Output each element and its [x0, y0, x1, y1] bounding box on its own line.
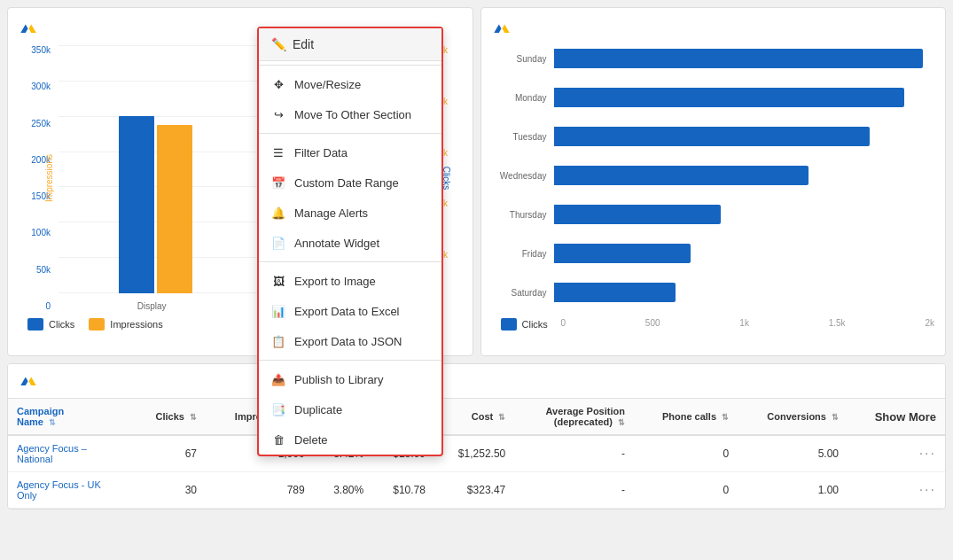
custom-date-label: Custom Date Range [294, 176, 399, 190]
cell-dots-1[interactable]: ··· [848, 435, 945, 472]
sort-icon-clicks[interactable]: ⇅ [190, 413, 197, 422]
table-panel-logo [19, 371, 38, 391]
table-row: Agency Focus - UKOnly 30 789 3.80% $10.7… [8, 472, 945, 509]
hbar-monday: Monday [492, 84, 935, 111]
row-menu-1[interactable]: ··· [919, 446, 936, 461]
hbar-friday: Friday [492, 240, 935, 267]
sort-icon-phone[interactable]: ⇅ [722, 413, 729, 422]
divider-3 [259, 261, 441, 262]
display-clicks-bar [119, 116, 154, 293]
cell-conv-1: 5.00 [738, 435, 848, 472]
move-other-label: Move To Other Section [294, 108, 411, 121]
cell-cost-1: $1,252.50 [434, 435, 514, 472]
right-panel-header [492, 19, 935, 38]
legend-clicks-color [27, 318, 43, 331]
delete-label: Delete [294, 433, 328, 447]
cell-avgpos-2: - [514, 472, 634, 509]
export-json-item[interactable]: 📋 Export Data to JSON [259, 326, 441, 356]
note-icon: 📄 [271, 236, 285, 250]
bar-group-display [119, 116, 192, 293]
hbar-tuesday: Tuesday [492, 123, 935, 150]
custom-date-item[interactable]: 📅 Custom Date Range [259, 167, 441, 198]
publish-icon: 📤 [271, 372, 285, 386]
bell-icon: 🔔 [271, 206, 285, 220]
manage-alerts-item[interactable]: 🔔 Manage Alerts [259, 198, 441, 228]
legend-clicks-label: Clicks [49, 319, 74, 330]
cell-clicks-2: 30 [133, 472, 206, 509]
export-excel-item[interactable]: 📊 Export Data to Excel [259, 296, 441, 326]
cell-cost-2: $323.47 [434, 472, 514, 509]
legend-clicks: Clicks [27, 318, 74, 331]
duplicate-label: Duplicate [294, 403, 342, 416]
divider-2 [259, 133, 441, 134]
data-table: CampaignName ⇅ Clicks ⇅ Impressions ⇅ [8, 399, 945, 509]
col-cost[interactable]: Cost ⇅ [434, 399, 514, 435]
cell-dots-2[interactable]: ··· [848, 472, 945, 509]
duplicate-item[interactable]: 📑 Duplicate [259, 394, 441, 424]
table-panel-header [8, 364, 945, 399]
cell-campaign-1: Agency Focus –National [8, 435, 133, 472]
hbar-sunday: Sunday [492, 45, 935, 72]
top-row: 350k 300k 250k 200k 150k 100k 50k 0 5k 4… [0, 0, 953, 363]
sort-icon-avg-pos[interactable]: ⇅ [618, 418, 625, 427]
cell-clicks-1: 67 [133, 435, 206, 472]
delete-item[interactable]: 🗑 Delete [259, 424, 441, 455]
row-menu-2[interactable]: ··· [919, 482, 936, 497]
annotate-widget-item[interactable]: 📄 Annotate Widget [259, 228, 441, 258]
filter-icon: ☰ [271, 145, 285, 159]
publish-label: Publish to Library [294, 373, 383, 386]
h-x-axis: 0 500 1k 1.5k 2k [492, 318, 935, 328]
col-campaign[interactable]: CampaignName ⇅ [8, 399, 133, 435]
sort-icon-conversions[interactable]: ⇅ [832, 413, 839, 422]
move-other-section-item[interactable]: ↪ Move To Other Section [259, 99, 441, 129]
right-chart-panel: Sunday Monday Tuesday [480, 7, 947, 356]
cell-impressions-2: 789 [206, 472, 314, 509]
calendar-icon: 📅 [271, 175, 285, 190]
right-chart-area: Sunday Monday Tuesday [492, 45, 935, 311]
col-conversions[interactable]: Conversions ⇅ [738, 399, 848, 435]
divider-4 [259, 360, 441, 361]
table-panel: CampaignName ⇅ Clicks ⇅ Impressions ⇅ [7, 363, 946, 509]
cell-phone-2: 0 [634, 472, 738, 509]
impressions-axis-label: Impressions [44, 154, 54, 202]
legend-impressions-label: Impressions [110, 319, 162, 330]
annotate-label: Annotate Widget [294, 237, 379, 250]
col-clicks[interactable]: Clicks ⇅ [133, 399, 206, 435]
move-resize-item[interactable]: ✥ Move/Resize [259, 69, 441, 99]
cell-phone-1: 0 [634, 435, 738, 472]
filter-data-item[interactable]: ☰ Filter Data [259, 137, 441, 167]
trash-icon: 🗑 [271, 432, 285, 447]
filter-data-label: Filter Data [294, 146, 348, 159]
cell-campaign-2: Agency Focus - UKOnly [8, 472, 133, 509]
hbar-thursday: Thursday [492, 201, 935, 228]
legend-impressions-color [89, 318, 105, 331]
export-excel-label: Export Data to Excel [294, 305, 400, 318]
hbar-wednesday: Wednesday [492, 162, 935, 189]
col-phone-calls[interactable]: Phone calls ⇅ [634, 399, 738, 435]
edit-label: Edit [293, 37, 314, 51]
bottom-row: CampaignName ⇅ Clicks ⇅ Impressions ⇅ [0, 363, 953, 517]
left-panel-logo [19, 19, 38, 38]
manage-alerts-label: Manage Alerts [294, 206, 368, 220]
sort-icon-campaign[interactable]: ⇅ [49, 418, 56, 427]
display-impressions-bar [157, 125, 192, 293]
col-avg-position[interactable]: Average Position(deprecated) ⇅ [514, 399, 634, 435]
table-header-row: CampaignName ⇅ Clicks ⇅ Impressions ⇅ [8, 399, 945, 435]
legend-impressions: Impressions [89, 318, 162, 331]
excel-icon: 📊 [271, 304, 285, 318]
image-icon: 🖼 [271, 274, 285, 288]
pencil-icon: ✏️ [271, 37, 285, 51]
export-image-label: Export to Image [294, 275, 376, 288]
hbar-saturday: Saturday [492, 279, 935, 306]
context-menu-edit[interactable]: ✏️ Edit [259, 28, 441, 61]
cell-conv-2: 1.00 [738, 472, 848, 509]
cell-avgpos-1: - [514, 435, 634, 472]
json-icon: 📋 [271, 334, 285, 348]
sort-icon-cost[interactable]: ⇅ [498, 413, 505, 422]
move-resize-label: Move/Resize [294, 78, 361, 91]
context-menu: ✏️ Edit ✥ Move/Resize ↪ Move To Other Se… [257, 27, 443, 456]
arrow-right-icon: ↪ [271, 107, 285, 121]
export-image-item[interactable]: 🖼 Export to Image [259, 266, 441, 296]
publish-library-item[interactable]: 📤 Publish to Library [259, 364, 441, 394]
table-row: Agency Focus –National 67 1,960 3.42% $1… [8, 435, 945, 472]
